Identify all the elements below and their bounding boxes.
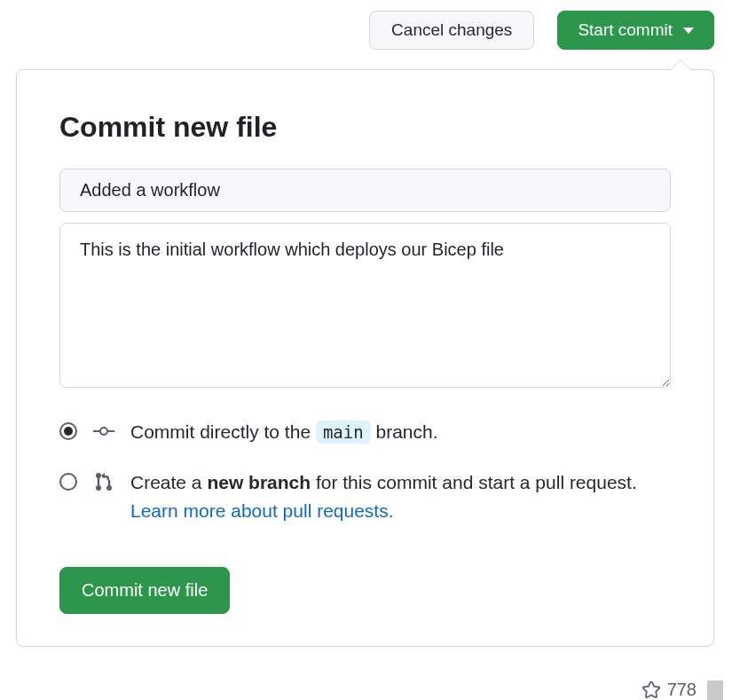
radio-button-icon — [59, 422, 77, 440]
radio-selected-icon — [64, 427, 73, 436]
commit-popover: Commit new file This is the initial work… — [16, 69, 714, 647]
commit-new-file-button[interactable]: Commit new file — [59, 567, 230, 614]
radio-new-branch-label: Create a new branch for this commit and … — [130, 468, 671, 526]
scrollbar-thumb[interactable] — [707, 680, 723, 700]
git-pull-request-icon — [93, 471, 114, 492]
star-icon — [642, 681, 660, 699]
cancel-changes-button[interactable]: Cancel changes — [369, 11, 534, 50]
commit-description-textarea[interactable]: This is the initial workflow which deplo… — [59, 223, 671, 388]
caret-down-icon — [683, 28, 694, 34]
svg-point-0 — [100, 428, 107, 435]
radio-commit-direct[interactable]: Commit directly to the main branch. — [59, 418, 671, 447]
commit-popover-title: Commit new file — [59, 111, 671, 144]
radio-button-icon — [59, 473, 77, 491]
radio-commit-direct-label: Commit directly to the main branch. — [130, 418, 465, 447]
branch-badge: main — [316, 421, 371, 444]
star-count-value: 778 — [667, 680, 697, 700]
start-commit-label: Start commit — [578, 20, 673, 40]
star-count: 778 — [642, 680, 697, 700]
popover-arrow-icon — [670, 59, 691, 70]
commit-target-radio-group: Commit directly to the main branch. — [59, 418, 671, 526]
commit-new-file-label: Commit new file — [82, 580, 208, 600]
commit-summary-input[interactable] — [59, 169, 671, 212]
radio-new-branch[interactable]: Create a new branch for this commit and … — [59, 468, 671, 526]
git-commit-icon — [93, 421, 114, 442]
svg-rect-6 — [98, 477, 99, 486]
cancel-changes-label: Cancel changes — [391, 20, 512, 39]
start-commit-button[interactable]: Start commit — [557, 11, 714, 50]
svg-rect-7 — [108, 480, 110, 486]
learn-more-pr-link[interactable]: Learn more about pull requests. — [130, 500, 394, 521]
